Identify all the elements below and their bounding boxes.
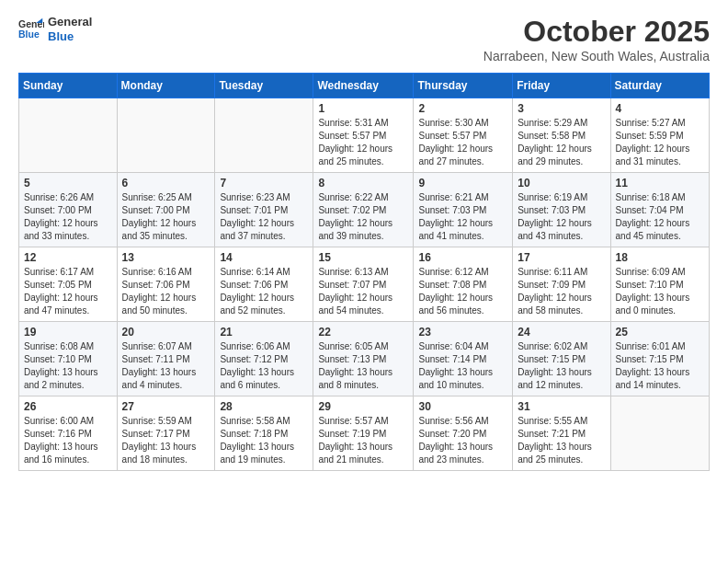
day-number: 20 xyxy=(122,326,210,339)
day-info: Sunrise: 6:11 AM Sunset: 7:09 PM Dayligh… xyxy=(518,266,605,317)
calendar-cell: 18Sunrise: 6:09 AM Sunset: 7:10 PM Dayli… xyxy=(610,247,709,322)
day-number: 11 xyxy=(616,177,704,190)
day-number: 9 xyxy=(418,177,507,190)
calendar-cell: 5Sunrise: 6:26 AM Sunset: 7:00 PM Daylig… xyxy=(19,173,118,247)
day-info: Sunrise: 6:14 AM Sunset: 7:06 PM Dayligh… xyxy=(220,266,308,317)
calendar-cell: 11Sunrise: 6:18 AM Sunset: 7:04 PM Dayli… xyxy=(610,173,709,247)
calendar-cell: 2Sunrise: 5:30 AM Sunset: 5:57 PM Daylig… xyxy=(414,98,513,173)
day-number: 23 xyxy=(418,326,507,339)
day-number: 19 xyxy=(24,326,112,339)
calendar-cell: 9Sunrise: 6:21 AM Sunset: 7:03 PM Daylig… xyxy=(414,173,513,247)
day-info: Sunrise: 6:23 AM Sunset: 7:01 PM Dayligh… xyxy=(220,191,308,243)
day-info: Sunrise: 6:04 AM Sunset: 7:14 PM Dayligh… xyxy=(418,340,507,392)
day-number: 7 xyxy=(220,177,308,190)
calendar-cell: 8Sunrise: 6:22 AM Sunset: 7:02 PM Daylig… xyxy=(313,173,414,247)
logo: General Blue General Blue xyxy=(18,15,92,43)
day-number: 6 xyxy=(122,177,210,190)
calendar-cell: 26Sunrise: 6:00 AM Sunset: 7:16 PM Dayli… xyxy=(19,396,118,471)
calendar-cell: 4Sunrise: 5:27 AM Sunset: 5:59 PM Daylig… xyxy=(610,98,709,173)
calendar-week-row: 26Sunrise: 6:00 AM Sunset: 7:16 PM Dayli… xyxy=(19,396,710,471)
calendar-week-row: 1Sunrise: 5:31 AM Sunset: 5:57 PM Daylig… xyxy=(19,98,710,173)
day-info: Sunrise: 6:07 AM Sunset: 7:11 PM Dayligh… xyxy=(122,340,210,392)
calendar-week-row: 12Sunrise: 6:17 AM Sunset: 7:05 PM Dayli… xyxy=(19,247,710,322)
day-number: 18 xyxy=(616,251,704,264)
day-number: 24 xyxy=(518,326,605,339)
day-number: 29 xyxy=(318,400,408,413)
calendar-week-row: 5Sunrise: 6:26 AM Sunset: 7:00 PM Daylig… xyxy=(19,173,710,247)
calendar-cell: 23Sunrise: 6:04 AM Sunset: 7:14 PM Dayli… xyxy=(414,322,513,396)
calendar-cell: 7Sunrise: 6:23 AM Sunset: 7:01 PM Daylig… xyxy=(215,173,313,247)
day-info: Sunrise: 5:57 AM Sunset: 7:19 PM Dayligh… xyxy=(318,415,408,466)
day-header-saturday: Saturday xyxy=(610,74,709,98)
month-title: October 2025 xyxy=(483,15,710,49)
day-info: Sunrise: 5:31 AM Sunset: 5:57 PM Dayligh… xyxy=(318,117,408,168)
day-number: 17 xyxy=(518,251,605,264)
calendar-cell: 13Sunrise: 6:16 AM Sunset: 7:06 PM Dayli… xyxy=(117,247,215,322)
day-number: 22 xyxy=(318,326,408,339)
day-info: Sunrise: 6:21 AM Sunset: 7:03 PM Dayligh… xyxy=(418,191,507,243)
day-info: Sunrise: 6:01 AM Sunset: 7:15 PM Dayligh… xyxy=(616,340,704,392)
day-number: 10 xyxy=(518,177,605,190)
logo-icon: General Blue xyxy=(18,17,44,42)
day-header-wednesday: Wednesday xyxy=(313,74,414,98)
location-title: Narrabeen, New South Wales, Australia xyxy=(483,49,710,63)
day-number: 21 xyxy=(220,326,308,339)
calendar-cell: 3Sunrise: 5:29 AM Sunset: 5:58 PM Daylig… xyxy=(513,98,610,173)
day-info: Sunrise: 5:56 AM Sunset: 7:20 PM Dayligh… xyxy=(418,415,507,466)
calendar-cell: 31Sunrise: 5:55 AM Sunset: 7:21 PM Dayli… xyxy=(513,396,610,471)
calendar-cell xyxy=(215,98,313,173)
logo-blue: Blue xyxy=(48,29,92,44)
day-number: 4 xyxy=(616,102,704,115)
day-info: Sunrise: 6:00 AM Sunset: 7:16 PM Dayligh… xyxy=(24,415,112,466)
day-number: 1 xyxy=(318,102,408,115)
day-info: Sunrise: 6:09 AM Sunset: 7:10 PM Dayligh… xyxy=(616,266,704,317)
svg-text:Blue: Blue xyxy=(18,28,40,39)
day-header-monday: Monday xyxy=(117,74,215,98)
day-header-friday: Friday xyxy=(513,74,610,98)
logo-general: General xyxy=(48,15,92,29)
calendar-cell: 27Sunrise: 5:59 AM Sunset: 7:17 PM Dayli… xyxy=(117,396,215,471)
calendar-cell xyxy=(117,98,215,173)
calendar-cell: 10Sunrise: 6:19 AM Sunset: 7:03 PM Dayli… xyxy=(513,173,610,247)
calendar-cell: 24Sunrise: 6:02 AM Sunset: 7:15 PM Dayli… xyxy=(513,322,610,396)
day-info: Sunrise: 5:58 AM Sunset: 7:18 PM Dayligh… xyxy=(220,415,308,466)
day-info: Sunrise: 6:19 AM Sunset: 7:03 PM Dayligh… xyxy=(518,191,605,243)
day-number: 27 xyxy=(122,400,210,413)
calendar-week-row: 19Sunrise: 6:08 AM Sunset: 7:10 PM Dayli… xyxy=(19,322,710,396)
day-info: Sunrise: 6:18 AM Sunset: 7:04 PM Dayligh… xyxy=(616,191,704,243)
calendar-cell: 17Sunrise: 6:11 AM Sunset: 7:09 PM Dayli… xyxy=(513,247,610,322)
calendar-header-row: SundayMondayTuesdayWednesdayThursdayFrid… xyxy=(19,74,710,98)
day-number: 28 xyxy=(220,400,308,413)
day-number: 30 xyxy=(418,400,507,413)
calendar-cell: 6Sunrise: 6:25 AM Sunset: 7:00 PM Daylig… xyxy=(117,173,215,247)
day-number: 26 xyxy=(24,400,112,413)
calendar-cell: 1Sunrise: 5:31 AM Sunset: 5:57 PM Daylig… xyxy=(313,98,414,173)
calendar-cell: 15Sunrise: 6:13 AM Sunset: 7:07 PM Dayli… xyxy=(313,247,414,322)
title-block: October 2025 Narrabeen, New South Wales,… xyxy=(483,15,710,63)
day-header-tuesday: Tuesday xyxy=(215,74,313,98)
day-info: Sunrise: 6:05 AM Sunset: 7:13 PM Dayligh… xyxy=(318,340,408,392)
day-number: 13 xyxy=(122,251,210,264)
calendar-cell xyxy=(610,396,709,471)
day-info: Sunrise: 6:13 AM Sunset: 7:07 PM Dayligh… xyxy=(318,266,408,317)
day-number: 8 xyxy=(318,177,408,190)
day-info: Sunrise: 6:02 AM Sunset: 7:15 PM Dayligh… xyxy=(518,340,605,392)
calendar-cell: 16Sunrise: 6:12 AM Sunset: 7:08 PM Dayli… xyxy=(414,247,513,322)
day-number: 14 xyxy=(220,251,308,264)
day-info: Sunrise: 6:06 AM Sunset: 7:12 PM Dayligh… xyxy=(220,340,308,392)
day-number: 2 xyxy=(418,102,507,115)
calendar-cell xyxy=(19,98,118,173)
page-header: General Blue General Blue October 2025 N… xyxy=(18,15,710,63)
calendar-cell: 14Sunrise: 6:14 AM Sunset: 7:06 PM Dayli… xyxy=(215,247,313,322)
day-info: Sunrise: 6:08 AM Sunset: 7:10 PM Dayligh… xyxy=(24,340,112,392)
day-number: 25 xyxy=(616,326,704,339)
day-info: Sunrise: 6:25 AM Sunset: 7:00 PM Dayligh… xyxy=(122,191,210,243)
day-info: Sunrise: 6:22 AM Sunset: 7:02 PM Dayligh… xyxy=(318,191,408,243)
day-number: 15 xyxy=(318,251,408,264)
day-info: Sunrise: 6:16 AM Sunset: 7:06 PM Dayligh… xyxy=(122,266,210,317)
day-number: 31 xyxy=(518,400,605,413)
calendar-cell: 30Sunrise: 5:56 AM Sunset: 7:20 PM Dayli… xyxy=(414,396,513,471)
calendar-table: SundayMondayTuesdayWednesdayThursdayFrid… xyxy=(18,73,710,471)
day-info: Sunrise: 5:59 AM Sunset: 7:17 PM Dayligh… xyxy=(122,415,210,466)
day-info: Sunrise: 5:29 AM Sunset: 5:58 PM Dayligh… xyxy=(518,117,605,168)
